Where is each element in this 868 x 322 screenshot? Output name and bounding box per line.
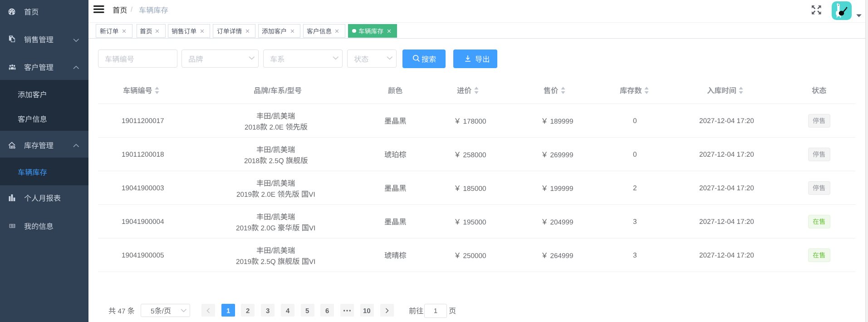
svg-text:/: / — [131, 6, 132, 13]
